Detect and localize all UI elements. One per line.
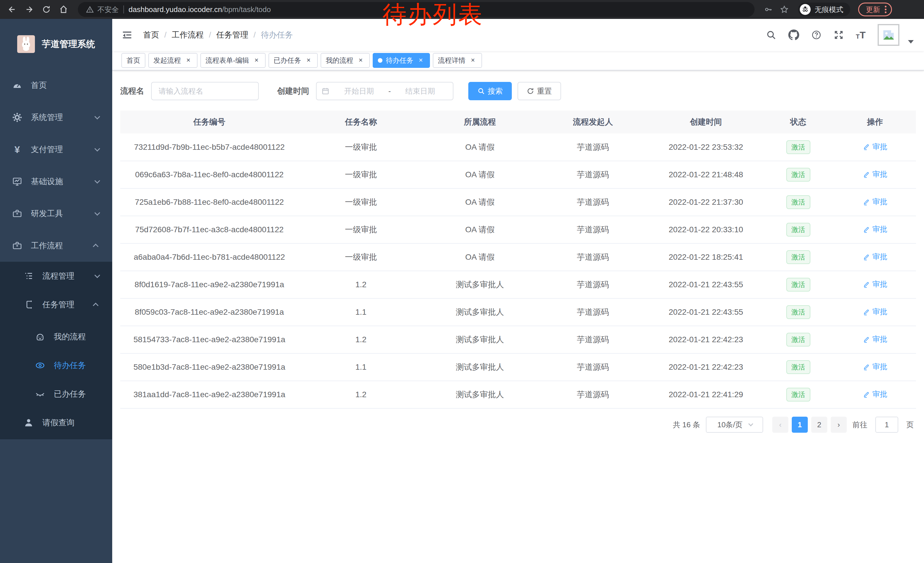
search-button[interactable]: 搜索 — [468, 82, 512, 100]
tab-home[interactable]: 首页 — [122, 53, 146, 68]
cell-create-time: 2022-01-22 18:25:41 — [650, 243, 762, 271]
close-icon[interactable]: × — [184, 56, 192, 65]
status-badge: 激活 — [786, 140, 810, 154]
cell-create-time: 2022-01-21 22:43:55 — [650, 299, 762, 326]
approve-link[interactable]: 审批 — [863, 252, 887, 262]
breadcrumb-task-management: 任务管理 — [216, 30, 249, 41]
table-row: 58154733-7ac8-11ec-a9e2-a2380e71991a 1.2… — [120, 326, 916, 353]
goto-page-input[interactable] — [875, 417, 898, 433]
app-logo[interactable]: 芋道管理系统 — [0, 19, 112, 69]
sidebar-item-leave-query[interactable]: 请假查询 — [0, 408, 112, 437]
approve-link[interactable]: 审批 — [863, 334, 887, 344]
browser-menu-icon[interactable] — [885, 6, 886, 13]
sidebar-item-home[interactable]: 首页 — [0, 69, 112, 101]
approve-link[interactable]: 审批 — [863, 307, 887, 317]
top-navbar: 首页 / 工作流程 / 任务管理 / 待办任务 — [112, 19, 924, 51]
cell-starter: 芋道源码 — [536, 299, 650, 326]
sidebar-item-workflow[interactable]: 工作流程 — [0, 230, 112, 262]
edit-pencil-icon — [863, 226, 870, 233]
sidebar-item-done-tasks[interactable]: 已办任务 — [0, 380, 112, 408]
browser-update-button[interactable]: 更新 — [858, 3, 892, 17]
tab-todo-tasks[interactable]: 待办任务 × — [373, 53, 430, 68]
close-icon[interactable]: × — [304, 56, 313, 65]
close-icon[interactable]: × — [417, 56, 425, 65]
password-key-icon[interactable] — [761, 3, 775, 17]
page-url[interactable]: dashboard.yudao.iocoder.cn/bpm/task/todo — [129, 5, 271, 14]
security-chip[interactable]: 不安全 — [86, 5, 119, 14]
chevron-up-icon — [93, 303, 99, 308]
back-icon[interactable] — [4, 2, 20, 17]
chevron-down-icon — [94, 114, 100, 119]
breadcrumb-home[interactable]: 首页 — [143, 30, 159, 41]
tab-process-detail[interactable]: 流程详情 × — [433, 53, 482, 68]
sidebar-item-todo-tasks[interactable]: 待办任务 — [0, 351, 112, 380]
sidebar-item-task-management[interactable]: 任务管理 — [0, 290, 112, 319]
sidebar-item-my-process[interactable]: 我的流程 — [0, 323, 112, 351]
page-button-2[interactable]: 2 — [811, 417, 827, 433]
bookmark-star-icon[interactable] — [777, 3, 791, 17]
cell-create-time: 2022-01-22 23:53:32 — [650, 134, 762, 161]
page-size-select[interactable]: 10条/页 — [706, 417, 763, 433]
create-time-label: 创建时间 — [277, 86, 309, 96]
avatar[interactable] — [878, 24, 899, 46]
date-range-picker[interactable]: 开始日期 - 结束日期 — [316, 82, 453, 100]
chevron-up-icon — [93, 244, 99, 249]
close-icon[interactable]: × — [469, 56, 477, 65]
chevron-down-icon — [94, 272, 100, 278]
chevron-down-icon — [748, 422, 753, 426]
reset-button[interactable]: 重置 — [518, 82, 561, 100]
approve-link[interactable]: 审批 — [863, 142, 887, 152]
status-badge: 激活 — [786, 333, 810, 347]
next-page-button[interactable]: › — [831, 417, 847, 433]
cell-process: 测试多审批人 — [423, 271, 536, 299]
reload-icon[interactable] — [39, 2, 54, 17]
status-badge: 激活 — [786, 195, 810, 209]
cell-task-name: 一级审批 — [298, 243, 423, 271]
process-name-input[interactable] — [151, 82, 259, 100]
close-icon[interactable]: × — [252, 56, 261, 65]
sidebar-item-dev-tools[interactable]: 研发工具 — [0, 198, 112, 230]
approve-link[interactable]: 审批 — [863, 224, 887, 234]
table-row: 725a1eb6-7b88-11ec-8ef0-acde48001122 一级审… — [120, 188, 916, 216]
approve-link[interactable]: 审批 — [863, 169, 887, 179]
close-icon[interactable]: × — [357, 56, 364, 65]
fullscreen-icon[interactable] — [834, 30, 844, 40]
approve-link[interactable]: 审批 — [863, 197, 887, 207]
toolbox-icon — [12, 208, 23, 219]
monitor-icon — [12, 176, 23, 187]
tab-my-process[interactable]: 我的流程 × — [321, 53, 370, 68]
tab-done-tasks[interactable]: 已办任务 × — [268, 53, 318, 68]
home-icon[interactable] — [56, 2, 71, 17]
github-icon[interactable] — [788, 30, 799, 41]
forward-icon[interactable] — [22, 2, 37, 17]
breadcrumb-workflow: 工作流程 — [172, 30, 204, 41]
caret-down-icon[interactable] — [908, 40, 914, 44]
cell-task-id: 8f0d1619-7ac8-11ec-a9e2-a2380e71991a — [120, 271, 298, 299]
status-badge: 激活 — [786, 278, 810, 291]
sidebar: 芋道管理系统 首页 系统管理 ¥ 支付管理 — [0, 19, 112, 563]
font-size-icon[interactable]: TT — [856, 30, 866, 40]
prev-page-button[interactable]: ‹ — [772, 417, 788, 433]
tab-process-form-edit[interactable]: 流程表单-编辑 × — [200, 53, 266, 68]
cell-process: OA 请假 — [423, 134, 536, 161]
sidebar-toggle-icon[interactable] — [122, 29, 133, 41]
help-icon[interactable] — [811, 30, 822, 40]
approve-link[interactable]: 审批 — [863, 362, 887, 372]
table-row: 381aa1dd-7ac8-11ec-a9e2-a2380e71991a 1.2… — [120, 381, 916, 408]
cell-task-name: 1.2 — [298, 271, 423, 299]
sidebar-item-payment[interactable]: ¥ 支付管理 — [0, 134, 112, 165]
approve-link[interactable]: 审批 — [863, 279, 887, 289]
col-header-starter: 流程发起人 — [536, 111, 650, 134]
table-row: 8f059c03-7ac8-11ec-a9e2-a2380e71991a 1.1… — [120, 299, 916, 326]
sidebar-item-process-management[interactable]: 流程管理 — [0, 262, 112, 290]
status-badge: 激活 — [786, 305, 810, 319]
search-icon[interactable] — [766, 30, 776, 40]
status-badge: 激活 — [786, 168, 810, 182]
sidebar-item-infrastructure[interactable]: 基础设施 — [0, 165, 112, 198]
tab-start-process[interactable]: 发起流程 × — [148, 53, 198, 68]
sidebar-item-system[interactable]: 系统管理 — [0, 101, 112, 134]
cell-process: OA 请假 — [423, 216, 536, 243]
approve-link[interactable]: 审批 — [863, 389, 887, 399]
cell-task-id: 725a1eb6-7b88-11ec-8ef0-acde48001122 — [120, 188, 298, 216]
page-button-1[interactable]: 1 — [792, 417, 808, 433]
